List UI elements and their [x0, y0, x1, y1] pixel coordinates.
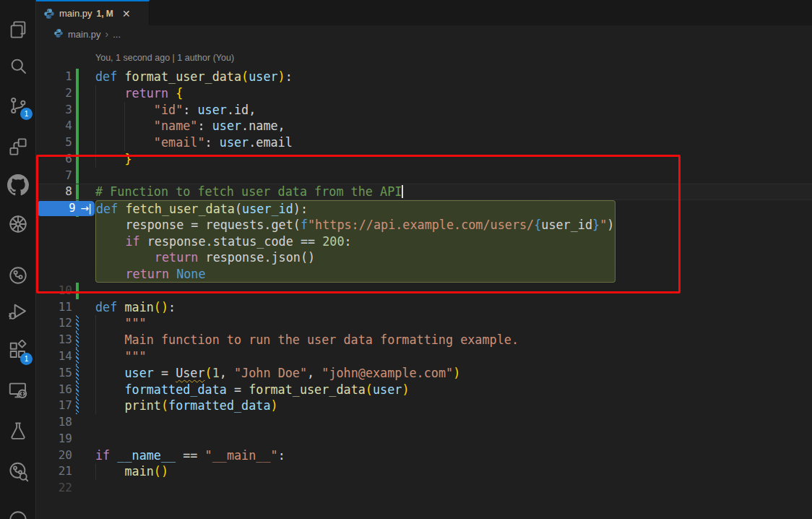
line-number: 13: [36, 332, 72, 348]
python-file-icon: [53, 28, 64, 40]
token-kw: def: [95, 300, 117, 314]
line-number: [36, 249, 72, 266]
activity-item-github[interactable]: [7, 174, 29, 196]
close-icon[interactable]: ✕: [122, 8, 131, 20]
token-kw: def: [96, 202, 118, 216]
token-v: user: [124, 366, 153, 380]
code-line[interactable]: 17 print(formatted_data): [36, 398, 812, 414]
code-line[interactable]: 12 """: [36, 315, 812, 332]
tab-main-py[interactable]: main.py 1, M ✕: [36, 0, 150, 25]
token-br: (): [154, 300, 168, 314]
ghost-code-line[interactable]: return response.json(): [36, 249, 812, 266]
token-fn: format_user_data: [124, 69, 241, 84]
git-gutter-modified: [76, 398, 79, 414]
code-line[interactable]: 11def main():: [36, 299, 812, 316]
code-line[interactable]: 10: [36, 283, 812, 299]
code-line[interactable]: 19: [36, 431, 812, 447]
gitlens-blame-annotation[interactable]: You, 1 second ago | 1 author (You): [36, 43, 812, 69]
breadcrumb-file[interactable]: main.py: [68, 29, 101, 40]
activity-item-explorer[interactable]: [7, 19, 29, 40]
breadcrumb[interactable]: main.py › ...: [36, 25, 812, 43]
code-line[interactable]: 21 main(): [36, 463, 812, 480]
token-str: Main function to run the user data forma…: [95, 333, 519, 347]
token-d: (: [235, 202, 242, 216]
code-line[interactable]: 18: [36, 414, 812, 431]
git-gutter: [76, 266, 79, 283]
indent-guide: [95, 134, 96, 151]
token-str: "https://api.example.com/users/: [308, 218, 534, 232]
code-text: print(formatted_data): [95, 398, 278, 414]
token-kw: f: [301, 218, 308, 232]
activity-item-extensions[interactable]: 1: [7, 340, 29, 361]
code-line[interactable]: 14 """: [36, 348, 812, 365]
token-d: [95, 382, 124, 397]
code-line[interactable]: 16 formatted_data = format_user_data(use…: [36, 382, 812, 398]
activity-item-search[interactable]: [7, 55, 29, 77]
code-line[interactable]: 3 "id": user.id,: [36, 102, 812, 119]
code-line[interactable]: 4 "name": user.name,: [36, 118, 812, 134]
activity-item-run-and-debug[interactable]: [7, 301, 29, 322]
token-str: """: [95, 316, 147, 330]
line-number: 22: [36, 480, 72, 497]
git-gutter: [76, 480, 79, 497]
token-d: =: [154, 366, 176, 380]
activity-item-linked-editors[interactable]: [7, 136, 29, 158]
ghost-code-line[interactable]: 9def fetch_user_data(user_id):9→|: [36, 200, 812, 217]
token-str: "email": [154, 135, 205, 150]
indent-guide: [95, 85, 96, 102]
code-line[interactable]: 6 }: [36, 151, 812, 168]
activity-bar: 11: [0, 0, 36, 519]
activity-item-kubernetes[interactable]: [7, 213, 29, 235]
line-number: 7: [36, 168, 72, 184]
files-icon: [7, 19, 29, 40]
code-text: return {: [95, 85, 183, 102]
ghost-code-line[interactable]: response = requests.get(f"https://api.ex…: [36, 217, 812, 233]
token-d: :: [278, 448, 285, 463]
line-number: 20: [36, 447, 72, 464]
code-line[interactable]: 8# Function to fetch user data from the …: [36, 184, 812, 200]
code-line[interactable]: 1def format_user_data(user):: [36, 69, 812, 85]
token-d: :: [345, 234, 352, 249]
line-number: 19: [36, 431, 72, 447]
token-br: {: [176, 86, 183, 100]
token-v: formatted_data: [124, 382, 226, 397]
code-area[interactable]: 1def format_user_data(user):2 return {3 …: [36, 69, 812, 497]
git-gutter-added: [76, 118, 79, 134]
code-line[interactable]: 15 user = User(1, "John Doe", "john@exam…: [36, 365, 812, 382]
activity-item-source-control[interactable]: 1: [7, 95, 29, 116]
token-d: .name,: [241, 119, 285, 133]
token-br: (): [154, 464, 168, 479]
code-text: "email": user.email: [95, 134, 293, 151]
token-v: user: [249, 69, 277, 84]
activity-item-git-graph[interactable]: [7, 265, 29, 286]
token-d: [169, 267, 176, 281]
ghost-code-line[interactable]: if response.status_code == 200:: [36, 233, 812, 250]
breadcrumb-more[interactable]: ...: [113, 29, 121, 40]
activity-item-account[interactable]: [7, 509, 29, 519]
line-number: 10: [36, 283, 72, 299]
git-gutter-modified: [76, 348, 79, 365]
kubernetes-icon: [7, 213, 29, 235]
code-text: """: [95, 315, 147, 332]
token-str: "id": [154, 103, 183, 117]
line-number: 16: [36, 382, 72, 398]
inline-suggestion-tab-pill[interactable]: 9→|: [37, 201, 95, 216]
activity-item-commit-graph[interactable]: [7, 460, 29, 482]
code-line[interactable]: 7: [36, 168, 812, 184]
activity-item-testing[interactable]: [7, 420, 29, 442]
activity-item-remote-explorer[interactable]: [7, 379, 29, 401]
code-line[interactable]: 22: [36, 480, 812, 497]
code-text: Main function to run the user data forma…: [95, 332, 519, 348]
code-line[interactable]: 5 "email": user.email: [36, 134, 812, 151]
token-d: :: [168, 300, 176, 314]
ghost-code-line[interactable]: return None: [36, 266, 812, 283]
activity-badge: 1: [20, 353, 33, 365]
git-gutter: [76, 299, 79, 316]
code-line[interactable]: 20if __name__ == "__main__":: [36, 447, 812, 464]
git-gutter-added: [76, 69, 79, 85]
code-line[interactable]: 13 Main function to run the user data fo…: [36, 332, 812, 348]
git-gutter: [76, 463, 79, 480]
code-text: response = requests.get(f"https://api.ex…: [95, 217, 616, 233]
code-line[interactable]: 2 return {: [36, 85, 812, 102]
token-kw: }: [592, 218, 600, 232]
